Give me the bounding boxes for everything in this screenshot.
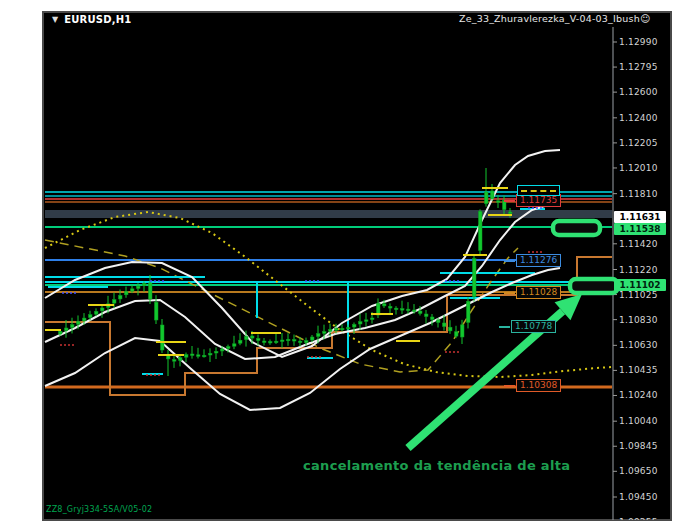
desktop-background: ▼ EURUSD,H1 Ze_33_Zhuravlerezka_V-04-03_… [0,0,685,532]
chart-canvas[interactable] [0,0,685,532]
highlight-zone-rect[interactable] [570,279,618,293]
highlight-zone-rect[interactable] [553,221,600,235]
plot-layers [45,150,612,410]
band-upper [45,150,560,357]
